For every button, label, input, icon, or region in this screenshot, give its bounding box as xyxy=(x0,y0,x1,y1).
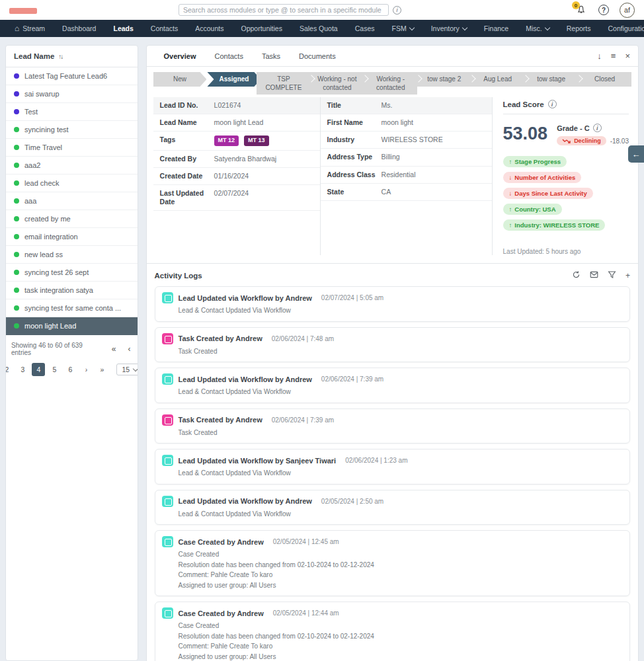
mail-icon[interactable] xyxy=(590,270,598,281)
global-search-input[interactable] xyxy=(179,4,389,16)
lead-summary-left: Lead ID No.L021674 Lead Namemoon light L… xyxy=(153,97,320,255)
refresh-icon[interactable] xyxy=(572,270,581,281)
info-icon[interactable]: i xyxy=(593,124,602,132)
tab-contacts[interactable]: Contacts xyxy=(205,46,252,67)
up-arrow-icon: ↑ xyxy=(509,206,512,213)
nav-item-inventory[interactable]: Inventory xyxy=(423,20,475,37)
stage-closed[interactable]: Closed xyxy=(578,72,631,87)
collapse-panel-button[interactable]: ← xyxy=(628,145,644,163)
main-nav: ⌂ Stream Dashboard Leads Contacts Accoun… xyxy=(0,20,644,37)
task-activity-icon xyxy=(162,333,173,344)
list-item-selected[interactable]: moon light Lead xyxy=(6,317,138,335)
nav-item-reports[interactable]: Reports xyxy=(559,20,599,37)
activity-entry[interactable]: Case Created by Andrew02/05/2024 | 12:44… xyxy=(155,602,630,661)
close-icon[interactable]: × xyxy=(625,51,630,61)
field-value: L021674 xyxy=(214,101,241,110)
down-arrow-icon: ↓ xyxy=(509,190,512,197)
list-item[interactable]: aaa xyxy=(6,192,138,210)
score-factor: ↓Number of Activities xyxy=(503,172,582,183)
page-button[interactable]: 5 xyxy=(48,363,61,376)
status-dot xyxy=(14,216,19,221)
list-item[interactable]: email integration xyxy=(6,228,138,246)
down-arrow-icon: ↓ xyxy=(509,174,512,181)
stage-assigned-active[interactable]: Assigned xyxy=(207,72,261,87)
prev-page-button[interactable]: ‹ xyxy=(127,344,132,354)
page-button[interactable]: 2 xyxy=(5,363,13,376)
list-item[interactable]: syncing test for same conta ... xyxy=(6,299,138,317)
list-item[interactable]: task integration satya xyxy=(6,282,138,299)
stage-new[interactable]: New xyxy=(153,72,207,87)
activity-entry[interactable]: Lead Updated via Workflow by Sanjeev Tiw… xyxy=(155,449,630,485)
tab-overview[interactable]: Overview xyxy=(155,46,206,67)
page-button[interactable]: 3 xyxy=(16,363,29,376)
tab-documents[interactable]: Documents xyxy=(290,46,345,67)
nav-item-misc[interactable]: Misc. xyxy=(518,20,557,37)
info-icon[interactable]: i xyxy=(548,100,557,108)
nav-item-stream[interactable]: ⌂ Stream xyxy=(7,20,53,37)
status-dot xyxy=(14,252,19,257)
tag-badge[interactable]: MT 12 xyxy=(214,136,239,145)
lead-grade: Grade - C xyxy=(557,124,590,132)
stage-working-not-contacted[interactable]: Working - not contacted xyxy=(310,72,364,95)
page-size-select[interactable]: 15 xyxy=(116,364,138,375)
nav-item-opportunities[interactable]: Opportunities xyxy=(233,20,290,37)
stage-tow-stage-2[interactable]: tow stage 2 xyxy=(417,72,471,87)
field-label: Last Updated Date xyxy=(160,189,214,206)
stage-tow-stage[interactable]: tow stage xyxy=(524,72,578,87)
list-item[interactable]: Time Travel xyxy=(6,139,138,157)
list-item[interactable]: new lead ss xyxy=(6,246,138,264)
list-item[interactable]: Latest Tag Feature Lead6 xyxy=(6,67,138,85)
activity-entry[interactable]: Case Created by Andrew02/05/2024 | 12:45… xyxy=(155,530,630,596)
menu-icon[interactable]: ≡ xyxy=(611,51,616,61)
nav-item-configurations[interactable]: Configurations xyxy=(600,20,644,37)
nav-item-fsm[interactable]: FSM xyxy=(383,20,421,37)
tag-badge[interactable]: MT 13 xyxy=(244,136,269,145)
status-dot xyxy=(14,270,19,275)
list-item[interactable]: sai swarup xyxy=(6,85,138,103)
list-item[interactable]: syncing test 26 sept xyxy=(6,264,138,282)
activity-entry[interactable]: Lead Updated via Workflow by Andrew02/06… xyxy=(155,368,630,403)
page-button-active[interactable]: 4 xyxy=(32,363,45,376)
field-value: 01/16/2024 xyxy=(214,172,249,180)
list-item[interactable]: lead check xyxy=(6,175,138,192)
nav-item-leads[interactable]: Leads xyxy=(105,20,141,37)
stage-working-contacted[interactable]: Working - contacted xyxy=(364,72,417,95)
list-item[interactable]: Test xyxy=(6,103,138,121)
status-dot xyxy=(14,305,19,311)
download-icon[interactable]: ↓ xyxy=(597,51,602,61)
field-label: First Name xyxy=(327,118,382,127)
activity-entry[interactable]: Lead Updated via Workflow by Andrew02/07… xyxy=(155,286,630,322)
avatar[interactable]: af xyxy=(620,3,635,18)
help-icon[interactable]: ? xyxy=(598,5,609,15)
nav-item-accounts[interactable]: Accounts xyxy=(187,20,231,37)
field-label: Industry xyxy=(327,136,382,144)
last-page-button[interactable]: » xyxy=(95,363,108,376)
first-page-button[interactable]: « xyxy=(110,344,118,354)
status-dot xyxy=(14,109,19,114)
filter-icon[interactable] xyxy=(608,270,616,281)
nav-item-cases[interactable]: Cases xyxy=(347,20,383,37)
next-page-button[interactable]: › xyxy=(79,363,93,376)
lead-activity-icon xyxy=(162,455,173,466)
stage-aug-lead[interactable]: Aug Lead xyxy=(471,72,524,87)
stage-tsp-complete[interactable]: TSP COMPLETE xyxy=(257,72,310,95)
page-button[interactable]: 6 xyxy=(63,363,77,376)
activity-entry[interactable]: Task Created by Andrew02/06/2024 | 7:48 … xyxy=(155,327,630,363)
field-label: Created By xyxy=(160,155,214,163)
status-dot xyxy=(14,73,19,79)
lead-list-sidebar: Lead Name ↑↓ Latest Tag Feature Lead6 sa… xyxy=(5,45,138,661)
notification-bell-icon[interactable]: 0 xyxy=(576,4,588,16)
activity-entry[interactable]: Lead Updated via Workflow by Andrew02/05… xyxy=(155,490,630,525)
nav-item-sales-quota[interactable]: Sales Quota xyxy=(292,20,346,37)
tab-tasks[interactable]: Tasks xyxy=(253,46,290,67)
app-logo xyxy=(9,8,37,14)
list-item[interactable]: created by me xyxy=(6,210,138,228)
list-item[interactable]: syncining test xyxy=(6,121,138,139)
nav-item-finance[interactable]: Finance xyxy=(476,20,516,37)
list-item[interactable]: aaa2 xyxy=(6,157,138,175)
sort-icon[interactable]: ↑↓ xyxy=(58,53,62,60)
activity-entry[interactable]: Task Created by Andrew02/06/2024 | 7:39 … xyxy=(155,408,630,444)
nav-item-dashboard[interactable]: Dashboard xyxy=(54,20,104,37)
nav-item-contacts[interactable]: Contacts xyxy=(143,20,186,37)
add-activity-button[interactable]: + xyxy=(625,271,630,280)
